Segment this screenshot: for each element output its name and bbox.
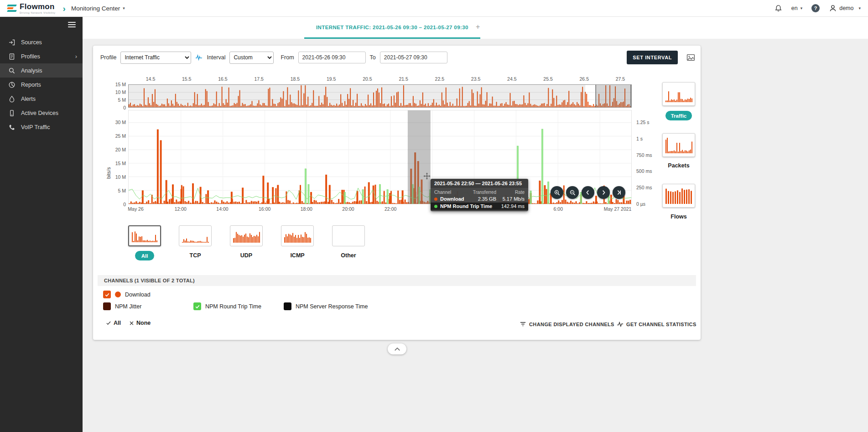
sidebar-item-voip-traffic[interactable]: VoIP Traffic (0, 120, 83, 134)
app-switcher[interactable]: Monitoring Center ▾ (71, 5, 125, 12)
interval-select[interactable]: Custom (229, 52, 274, 64)
jump-to-end-button[interactable] (613, 186, 625, 199)
chevron-right-icon: › (75, 53, 77, 60)
channels-header: CHANNELS (1 VISIBLE OF 2 TOTAL) (98, 275, 696, 286)
tooltip-row-npm-round-trip-time: NPM Round Trip Time 142.94 ms (431, 203, 528, 210)
npm-server-response-checkbox[interactable] (284, 302, 291, 310)
npm-jitter-checkbox[interactable] (103, 302, 111, 310)
overview-range-selector[interactable] (128, 84, 632, 108)
mobile-device-icon (8, 109, 16, 117)
view-traffic-thumbnail[interactable] (662, 82, 695, 106)
sidebar-collapse-button[interactable] (0, 17, 83, 32)
axis-tick: 12:00 (175, 206, 187, 212)
select-no-channels[interactable]: None (129, 320, 151, 326)
export-chart-icon[interactable] (686, 53, 695, 62)
profile-label: Profile (100, 54, 116, 61)
protocol-udp-thumbnail[interactable] (230, 225, 263, 246)
help-icon[interactable]: ? (811, 4, 820, 12)
change-displayed-channels-button[interactable]: CHANGE DISPLAYED CHANNELS (520, 321, 614, 328)
channel-label: Download (125, 291, 151, 298)
channel-label: NPM Jitter (115, 303, 141, 310)
npm-rtt-checkbox[interactable] (193, 302, 201, 310)
protocol-tcp-thumbnail[interactable] (179, 225, 212, 246)
axis-tick: 750 ms (636, 152, 652, 158)
tooltip-column-headers: Channel Transferred Rate (431, 188, 528, 195)
protocol-all-button[interactable]: All (135, 251, 154, 260)
sidebar-item-alerts[interactable]: Alerts (0, 92, 83, 106)
channel-select-row: All None (106, 320, 151, 326)
analysis-search-icon (8, 67, 16, 74)
view-flows-thumbnail[interactable] (662, 184, 695, 208)
language-selector[interactable]: en ▾ (791, 5, 802, 11)
download-checkbox[interactable] (103, 291, 111, 298)
chevron-down-icon: ▾ (800, 6, 803, 10)
download-color-swatch (115, 291, 121, 297)
protocol-all-thumbnail[interactable] (128, 225, 161, 246)
axis-tick: 18:00 (301, 206, 312, 212)
pan-right-button[interactable] (597, 186, 610, 199)
alerts-drop-icon (8, 95, 16, 103)
tab-internet-traffic[interactable]: INTERNET TRAFFIC: 2021-05-26 09:30 – 202… (304, 17, 480, 39)
axis-tick: 20:00 (342, 206, 354, 212)
axis-tick: 17.5 (254, 76, 263, 82)
get-channel-statistics-button[interactable]: GET CHANNEL STATISTICS (617, 321, 696, 328)
sidebar-label: Reports (21, 82, 41, 88)
sidebar-item-profiles[interactable]: Profiles › (0, 49, 83, 63)
axis-tick: 16:00 (259, 206, 270, 212)
pan-left-button[interactable] (582, 186, 594, 199)
channel-npm-round-trip-time: NPM Round Trip Time (193, 302, 261, 310)
brand-tagline: Driving Network Visibility (20, 11, 56, 14)
view-packets-label: Packets (662, 162, 695, 169)
username: demo (839, 5, 853, 11)
hamburger-icon (68, 21, 76, 29)
sidebar-item-analysis[interactable]: Analysis (0, 63, 83, 78)
axis-tick: 10 M (115, 89, 126, 95)
protocol-other-thumbnail[interactable] (332, 225, 365, 246)
notifications-bell-icon[interactable] (774, 5, 782, 12)
analysis-card: Profile Internet Traffic Interval Custom… (93, 46, 701, 340)
from-input[interactable] (298, 52, 366, 63)
axis-tick: 15 M (115, 82, 126, 87)
channel-label: NPM Server Response Time (296, 303, 368, 310)
select-all-channels[interactable]: All (106, 320, 121, 326)
tab-bar: INTERNET TRAFFIC: 2021-05-26 09:30 – 202… (83, 17, 868, 39)
axis-tick: 20.5 (363, 76, 372, 82)
chevron-down-icon: ▾ (123, 6, 125, 10)
interval-pulse-icon (195, 54, 203, 61)
sidebar-item-active-devices[interactable]: Active Devices (0, 106, 83, 120)
sidebar-label: Analysis (21, 68, 42, 74)
breadcrumb-chevron-icon: › (63, 4, 66, 13)
channel-label: NPM Round Trip Time (205, 303, 261, 310)
protocol-icmp-thumbnail[interactable] (281, 225, 314, 246)
protocol-udp-label[interactable]: UDP (230, 252, 263, 259)
zoom-in-button[interactable] (551, 186, 563, 199)
flowmon-logo[interactable]: Flowmon Driving Network Visibility (7, 3, 56, 14)
statistics-icon (617, 321, 624, 328)
tooltip-time-range: 2021-05-26 22:50 — 2021-05-26 23:55 (431, 179, 528, 188)
view-packets-thumbnail[interactable] (662, 133, 695, 157)
to-input[interactable] (380, 52, 447, 63)
sources-icon (8, 39, 16, 46)
sidebar-item-reports[interactable]: Reports (0, 78, 83, 92)
protocol-tcp-label[interactable]: TCP (179, 252, 212, 259)
chart-zoom-controls (551, 186, 625, 199)
channel-download: Download (103, 291, 151, 298)
user-icon (829, 4, 837, 12)
axis-tick: 25.5 (543, 76, 552, 82)
axis-tick: 14:00 (216, 206, 228, 212)
channel-npm-jitter: NPM Jitter (103, 302, 141, 310)
axis-tick: 25 M (115, 133, 126, 139)
set-interval-button[interactable]: SET INTERVAL (627, 51, 678, 64)
axis-tick: 22.5 (435, 76, 444, 82)
new-tab-button[interactable]: + (476, 23, 480, 31)
view-traffic-button[interactable]: Traffic (665, 111, 692, 120)
collapse-panel-button[interactable] (388, 344, 406, 354)
zoom-out-button[interactable] (566, 186, 579, 199)
sidebar-item-sources[interactable]: Sources (0, 35, 83, 49)
user-menu[interactable]: demo ▾ (829, 4, 861, 12)
profile-select[interactable]: Internet Traffic (120, 52, 191, 64)
axis-tick: 10 M (115, 174, 126, 180)
protocol-other-label[interactable]: Other (332, 252, 365, 259)
protocol-icmp-label[interactable]: ICMP (281, 252, 314, 259)
axis-tick: 23.5 (471, 76, 480, 82)
